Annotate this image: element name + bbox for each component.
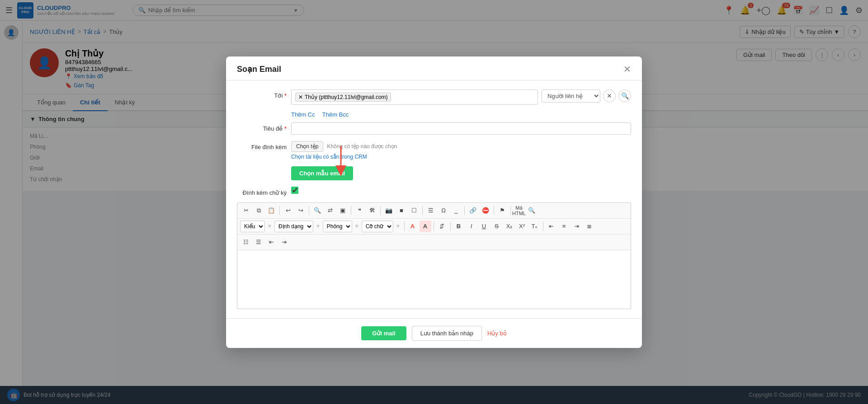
choose-file-button[interactable]: Chọn tệp [291, 141, 323, 152]
cc-bcc-row: Thêm Cc Thêm Bcc [237, 111, 631, 118]
add-bcc-link[interactable]: Thêm Bcc [322, 111, 349, 118]
attachment-content: Chọn tệp Không có tệp nào được chọn Chọn… [291, 141, 631, 160]
template-content: Chọn mẫu email [291, 166, 631, 180]
add-cc-link[interactable]: Thêm Cc [291, 111, 315, 118]
attachment-row: File đính kèm Chọn tệp Không có tệp nào … [237, 141, 631, 160]
template-label [237, 166, 287, 169]
to-field-content: ✕ Thủy (pttthuy12.11lvl@gmail.com) Người… [291, 89, 631, 105]
modal-body: Tới * ✕ Thủy (pttthuy12.11lvl@gmail.com) [226, 80, 642, 191]
no-file-text: Không có tệp nào được chọn [327, 143, 397, 150]
to-label: Tới * [237, 89, 287, 99]
compose-email-modal: Soạn Email ✕ Tới * ✕ Thủy (pttthuy12.11l… [226, 56, 642, 191]
contact-type-select[interactable]: Người liên hệ [542, 89, 600, 103]
subject-input[interactable] [291, 122, 631, 135]
subject-field-content [291, 122, 631, 135]
crm-doc-link[interactable]: Chọn tài liệu có sẵn trong CRM [291, 154, 631, 160]
attachment-label: File đính kèm [237, 141, 287, 150]
to-required: * [284, 92, 287, 99]
signature-row: Đính kèm chữ ký [237, 187, 631, 191]
signature-checkbox-row [291, 187, 631, 191]
signature-label: Đính kèm chữ ký [237, 187, 287, 191]
to-chip: ✕ Thủy (pttthuy12.11lvl@gmail.com) [295, 93, 391, 102]
modal-header: Soạn Email ✕ [226, 56, 642, 80]
modal-overlay: Soạn Email ✕ Tới * ✕ Thủy (pttthuy12.11l… [0, 0, 868, 191]
to-row-right: Người liên hệ ✕ 🔍 [542, 89, 631, 103]
signature-checkbox[interactable] [291, 187, 298, 191]
choose-template-button[interactable]: Chọn mẫu email [291, 166, 353, 180]
signature-content [291, 187, 631, 191]
file-row: Chọn tệp Không có tệp nào được chọn [291, 141, 631, 152]
template-row: Chọn mẫu email [237, 166, 631, 180]
to-row: Tới * ✕ Thủy (pttthuy12.11lvl@gmail.com) [237, 89, 631, 105]
subject-required: * [284, 125, 287, 132]
clear-to-button[interactable]: ✕ [603, 89, 616, 102]
search-contact-button[interactable]: 🔍 [618, 89, 631, 102]
chip-x[interactable]: ✕ [298, 94, 303, 100]
subject-label: Tiêu đề * [237, 122, 287, 132]
subject-row: Tiêu đề * [237, 122, 631, 135]
modal-close-button[interactable]: ✕ [623, 64, 631, 75]
chip-text: Thủy (pttthuy12.11lvl@gmail.com) [305, 94, 388, 100]
to-input[interactable]: ✕ Thủy (pttthuy12.11lvl@gmail.com) [291, 89, 538, 105]
modal-title: Soạn Email [237, 64, 281, 74]
